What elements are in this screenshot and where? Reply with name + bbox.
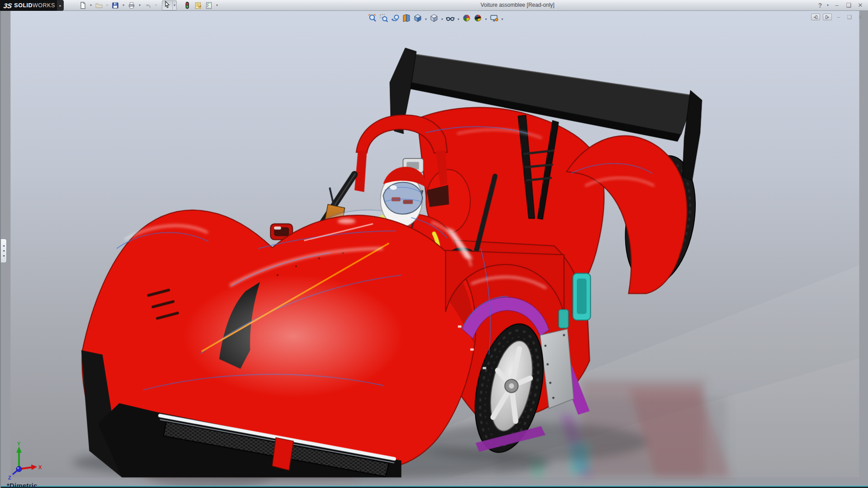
- zoom-to-area-button[interactable]: [378, 13, 389, 25]
- window-title: Voiture assomblee [Read-only]: [481, 2, 554, 8]
- section-cut-icon: [402, 14, 411, 24]
- expand-arrow-icon: ▸: [59, 4, 61, 8]
- viewport-3d-scene[interactable]: [1, 11, 868, 488]
- svg-text:Z: Z: [8, 475, 11, 480]
- solidworks-logo[interactable]: 3SSOLIDWORKS: [0, 0, 57, 11]
- monitor-settings-icon: [490, 14, 499, 24]
- document-minimize-button[interactable]: –: [835, 14, 843, 20]
- apply-scene-dropdown[interactable]: ▾: [484, 17, 488, 21]
- print-dropdown[interactable]: ▾: [137, 0, 142, 10]
- hide-show-items-button[interactable]: [445, 13, 456, 25]
- select-cursor-icon: [163, 0, 171, 10]
- display-style-button[interactable]: [429, 13, 439, 25]
- print-icon: [127, 1, 136, 9]
- color-ball-icon: [462, 14, 471, 24]
- document-restore-button[interactable]: ❏: [845, 14, 854, 20]
- triad-x-axis: X: [19, 465, 42, 470]
- brand-works: WORKS: [33, 2, 55, 9]
- save-floppy-icon: [111, 1, 119, 9]
- view-orientation-label: *Dimetric: [7, 482, 38, 488]
- options-dropdown[interactable]: ▾: [215, 0, 219, 10]
- view-settings-dropdown[interactable]: ▾: [500, 17, 505, 21]
- back-arrow-lens-icon: [391, 14, 400, 24]
- svg-text:X: X: [38, 465, 42, 470]
- edit-appearance-button[interactable]: [461, 13, 472, 25]
- document-window-controls: ◂ ▸ – ❏ ✕: [811, 14, 864, 20]
- help-dropdown[interactable]: ▾: [826, 0, 830, 10]
- solidworks-logo-mark-icon: 3S: [3, 2, 13, 9]
- pane-bar-icon: [826, 15, 827, 19]
- triad-y-axis: Y: [16, 441, 22, 469]
- undo-button[interactable]: [143, 0, 153, 10]
- previous-view-button[interactable]: [390, 13, 401, 25]
- view-orientation-button[interactable]: [412, 13, 423, 25]
- shaded-cube-icon: [429, 14, 439, 24]
- standard-toolbar: ▾ ▾ ▾ ▾ ▾ ▾ ▾: [78, 0, 219, 11]
- heads-up-view-toolbar: ▾ ▾ ▾ ▾ ▾: [367, 13, 505, 25]
- magnifier-area-icon: [379, 14, 388, 24]
- status-bar-edge: [1, 486, 868, 488]
- undo-arrow-icon: [144, 1, 152, 9]
- graphics-viewport[interactable]: ▾ ▾ ▾ ▾ ▾ ◂ ▸ – ❏ ✕ ◂ ◂: [0, 11, 868, 488]
- svg-text:Y: Y: [17, 441, 21, 446]
- note-sheet-icon: [194, 1, 202, 9]
- open-folder-icon: [95, 1, 103, 9]
- window-minimize-button[interactable]: –: [832, 0, 842, 11]
- new-document-icon: [79, 1, 87, 9]
- coordinate-triad: Y X Z: [4, 441, 42, 482]
- new-dropdown[interactable]: ▾: [89, 0, 93, 10]
- hide-show-dropdown[interactable]: ▾: [456, 17, 461, 21]
- document-close-button[interactable]: ✕: [856, 14, 864, 20]
- triad-origin-ball: [16, 466, 22, 472]
- select-tool-button[interactable]: [162, 1, 172, 10]
- save-button[interactable]: [110, 0, 120, 10]
- scene-ball-icon: [473, 14, 482, 24]
- options-checklist-icon: [205, 1, 213, 9]
- apply-scene-button[interactable]: [472, 13, 483, 25]
- file-properties-button[interactable]: [193, 0, 203, 10]
- expand-pane-button[interactable]: ▸: [823, 14, 832, 20]
- print-button[interactable]: [127, 0, 137, 10]
- traffic-light-icon: [183, 1, 191, 9]
- view-orientation-dropdown[interactable]: ▾: [424, 17, 428, 21]
- pane-bar-icon: [816, 15, 817, 19]
- collapse-arrow-icon: ◂: [3, 244, 5, 248]
- options-button[interactable]: [204, 0, 214, 10]
- collapse-pane-button[interactable]: ◂: [811, 14, 820, 20]
- title-bar: 3SSOLIDWORKS ▸ ▾ ▾ ▾ ▾ ▾ ▾ ▾: [0, 0, 868, 11]
- select-dropdown[interactable]: ▾: [172, 1, 176, 10]
- menu-expand-tab[interactable]: ▸: [57, 0, 64, 11]
- view-cube-icon: [413, 14, 422, 24]
- eyeglasses-icon: [446, 14, 455, 24]
- pane-expand-arrow-icon: ▸: [828, 15, 830, 19]
- help-button[interactable]: ?: [816, 2, 824, 9]
- save-dropdown[interactable]: ▾: [121, 0, 126, 10]
- display-style-dropdown[interactable]: ▾: [440, 17, 444, 21]
- feature-pane-collapse-tab[interactable]: ◂ ◂ ◂: [1, 239, 7, 263]
- undo-dropdown[interactable]: ▾: [154, 0, 158, 10]
- collapse-arrow-icon: ◂: [3, 254, 5, 258]
- zoom-to-fit-button[interactable]: [367, 13, 378, 25]
- window-controls: ? ▾ – ❏ ✕: [816, 0, 865, 11]
- collapse-arrow-icon: ◂: [3, 249, 5, 253]
- window-close-button[interactable]: ✕: [855, 0, 865, 11]
- open-button[interactable]: [94, 0, 104, 10]
- new-document-button[interactable]: [78, 0, 88, 10]
- window-restore-button[interactable]: ❏: [844, 0, 854, 11]
- open-dropdown[interactable]: ▾: [105, 0, 109, 10]
- view-settings-button[interactable]: [489, 13, 500, 25]
- section-view-button[interactable]: [401, 13, 412, 25]
- magnifier-icon: [368, 14, 377, 24]
- brand-solid: SOLID: [14, 2, 33, 9]
- rebuild-button[interactable]: [182, 0, 192, 10]
- select-tool-group: ▾: [162, 0, 177, 10]
- pane-collapse-arrow-icon: ◂: [814, 15, 816, 19]
